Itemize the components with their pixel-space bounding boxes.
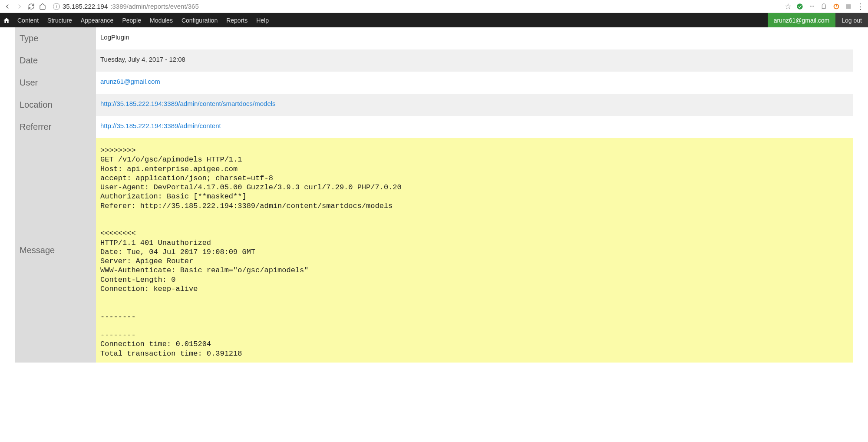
value-user: arunz61@gmail.com: [96, 72, 853, 94]
label-type: Type: [15, 27, 96, 49]
message-body: >>>>>>>> GET /v1/o/gsc/apimodels HTTP/1.…: [96, 138, 853, 363]
back-button[interactable]: [3, 3, 11, 10]
admin-menu-content[interactable]: Content: [13, 13, 43, 27]
admin-menu-reports[interactable]: Reports: [222, 13, 252, 27]
value-message-cell: >>>>>>>> GET /v1/o/gsc/apimodels HTTP/1.…: [96, 138, 853, 363]
chrome-right: ☆ ••• ⋮: [785, 2, 865, 11]
svg-rect-3: [846, 4, 851, 9]
site-info-icon[interactable]: i: [53, 3, 60, 10]
bookmark-star-icon[interactable]: ☆: [785, 2, 792, 11]
admin-menu-help[interactable]: Help: [252, 13, 273, 27]
url-path: :3389/admin/reports/event/365: [110, 3, 198, 10]
referrer-link[interactable]: http://35.185.222.194:3389/admin/content: [100, 122, 221, 129]
value-type: LogPlugin: [96, 27, 853, 49]
location-link[interactable]: http://35.185.222.194:3389/admin/content…: [100, 100, 276, 107]
report-detail: Type LogPlugin Date Tuesday, July 4, 201…: [0, 27, 868, 380]
label-user: User: [15, 72, 96, 94]
admin-menu-structure[interactable]: Structure: [43, 13, 76, 27]
extension-dots-icon[interactable]: •••: [808, 3, 816, 10]
svg-point-0: [797, 3, 802, 9]
forward-button[interactable]: [16, 3, 23, 10]
admin-toolbar: Content Structure Appearance People Modu…: [0, 13, 868, 27]
value-location: http://35.185.222.194:3389/admin/content…: [96, 94, 853, 116]
admin-menu-people[interactable]: People: [118, 13, 145, 27]
admin-logout-link[interactable]: Log out: [835, 13, 868, 27]
admin-user-link[interactable]: arunz61@gmail.com: [768, 13, 836, 27]
label-message: Message: [15, 138, 96, 363]
admin-menu: Content Structure Appearance People Modu…: [13, 13, 273, 27]
admin-menu-appearance[interactable]: Appearance: [76, 13, 118, 27]
nav-buttons: [3, 3, 46, 10]
reload-button[interactable]: [28, 3, 35, 10]
admin-menu-modules[interactable]: Modules: [145, 13, 177, 27]
url-host: 35.185.222.194: [63, 3, 108, 10]
label-location: Location: [15, 94, 96, 116]
value-date: Tuesday, July 4, 2017 - 12:08: [96, 49, 853, 72]
label-date: Date: [15, 49, 96, 72]
address-bar[interactable]: i 35.185.222.194:3389/admin/reports/even…: [50, 1, 781, 12]
label-referrer: Referrer: [15, 116, 96, 138]
admin-home-link[interactable]: [0, 13, 13, 27]
extension-ghost-icon[interactable]: [820, 3, 828, 10]
extension-square-icon[interactable]: [845, 3, 852, 10]
extension-circle-icon[interactable]: [832, 3, 840, 10]
detail-table: Type LogPlugin Date Tuesday, July 4, 201…: [15, 27, 853, 363]
browser-menu-icon[interactable]: ⋮: [857, 3, 865, 10]
user-link[interactable]: arunz61@gmail.com: [100, 78, 160, 85]
home-button[interactable]: [39, 3, 46, 10]
extension-check-icon[interactable]: [796, 3, 804, 10]
admin-menu-configuration[interactable]: Configuration: [177, 13, 222, 27]
browser-chrome: i 35.185.222.194:3389/admin/reports/even…: [0, 0, 868, 13]
value-referrer: http://35.185.222.194:3389/admin/content: [96, 116, 853, 138]
